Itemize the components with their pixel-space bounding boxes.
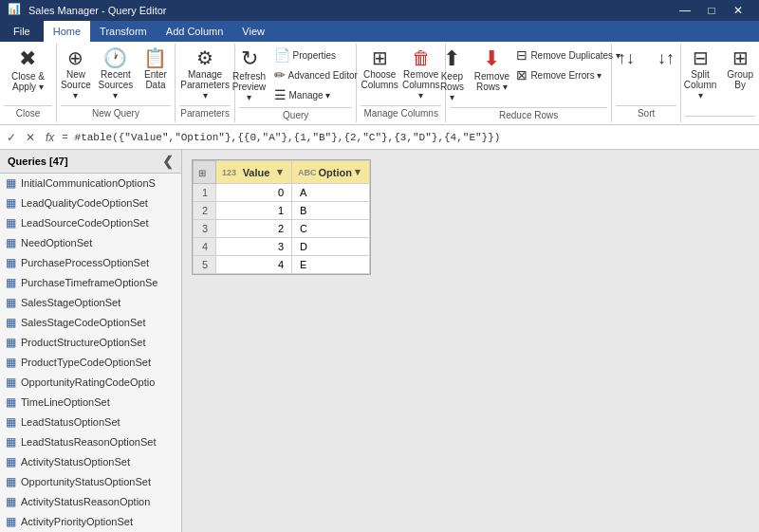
value-cell: 1: [216, 202, 292, 220]
refresh-preview-button[interactable]: ↻ Refresh Preview ▾: [231, 46, 268, 105]
sidebar-item-SalesStageCodeOptionSet[interactable]: ▦ SalesStageCodeOptionSet: [0, 313, 181, 333]
menu-view[interactable]: View: [232, 21, 274, 42]
close-apply-label: Close & Apply ▾: [11, 71, 45, 92]
remove-duplicates-icon: ⊟: [516, 47, 528, 63]
formula-check-button[interactable]: ✓: [4, 129, 19, 146]
menu-add-column[interactable]: Add Column: [157, 21, 233, 42]
sidebar-item-OpportunityStatusOptionSet[interactable]: ▦ OpportunityStatusOptionSet: [0, 472, 181, 492]
table-icon: ▦: [6, 395, 16, 409]
sidebar-title: Queries [47]: [8, 156, 68, 167]
maximize-button[interactable]: □: [698, 0, 725, 21]
ribbon-group-new-query: ⊕ New Source ▾ 🕐 Recent Sources ▾ 📋 Ente…: [57, 44, 176, 122]
properties-label: Properties: [293, 50, 337, 61]
table-icon: ▦: [6, 356, 16, 369]
sidebar-item-InitialCommunicationOptionS[interactable]: ▦ InitialCommunicationOptionS: [0, 174, 181, 193]
data-table-wrapper: ⊞ 123 Value ▾ ABC Optio: [192, 159, 371, 275]
sidebar-item-label: PurchaseTimeframeOptionSe: [21, 277, 158, 288]
enter-data-button[interactable]: 📋 Enter Data: [137, 46, 175, 93]
properties-icon: 📄: [274, 47, 290, 63]
sidebar-item-LeadStatusReasonOptionSet[interactable]: ▦ LeadStatusReasonOptionSet: [0, 432, 181, 452]
sidebar-item-PurchaseTimeframeOptionSe[interactable]: ▦ PurchaseTimeframeOptionSe: [0, 273, 181, 293]
close-apply-icon: ✖: [19, 48, 36, 69]
table-icon: ▦: [6, 316, 16, 329]
advanced-editor-button[interactable]: ✏ Advanced Editor: [270, 65, 361, 84]
sidebar-item-SalesStageOptionSet[interactable]: ▦ SalesStageOptionSet: [0, 293, 181, 313]
value-cell: 2: [216, 220, 292, 238]
table-row: 2 1 B: [194, 202, 370, 220]
formula-cancel-button[interactable]: ✕: [23, 129, 38, 146]
sidebar-item-ProductStructureOptionSet[interactable]: ▦ ProductStructureOptionSet: [0, 333, 181, 353]
close-window-button[interactable]: ✕: [725, 0, 751, 21]
sidebar-item-ActivityPriorityOptionSet[interactable]: ▦ ActivityPriorityOptionSet: [0, 512, 181, 532]
sidebar-item-label: OpportunityRatingCodeOptio: [21, 376, 155, 388]
option-col-label: Option: [319, 167, 352, 178]
recent-sources-button[interactable]: 🕐 Recent Sources ▾: [97, 46, 135, 103]
column-header-option[interactable]: ABC Option ▾: [292, 161, 370, 184]
manage-button[interactable]: ☰ Manage ▾: [270, 85, 361, 104]
window-title: Sales Manager - Query Editor: [28, 5, 672, 16]
sort-asc-button[interactable]: ↑↓: [607, 46, 645, 71]
sidebar-item-ProductTypeCodeOptionSet[interactable]: ▦ ProductTypeCodeOptionSet: [0, 353, 181, 373]
ribbon-group-new-query-label: New Query: [61, 105, 171, 120]
table-corner: ⊞: [194, 161, 216, 184]
table-icon: ▦: [6, 515, 16, 528]
window-controls: — □ ✕: [672, 0, 751, 21]
column-header-value[interactable]: 123 Value ▾: [216, 161, 292, 184]
sidebar-item-LeadQualityCodeOptionSet[interactable]: ▦ LeadQualityCodeOptionSet: [0, 193, 181, 213]
table-icon: ▦: [6, 415, 16, 429]
properties-button[interactable]: 📄 Properties: [270, 46, 361, 64]
sidebar-item-ActivityStatusReasonOption[interactable]: ▦ ActivityStatusReasonOption: [0, 492, 181, 512]
manage-parameters-button[interactable]: ⚙ Manage Parameters ▾: [179, 46, 231, 103]
sidebar-item-PurchaseProcessOptionSet[interactable]: ▦ PurchaseProcessOptionSet: [0, 253, 181, 273]
sidebar-item-label: InitialCommunicationOptionS: [21, 177, 156, 189]
split-column-button[interactable]: ⊟ Split Column ▾: [681, 46, 719, 103]
sidebar-item-label: ProductTypeCodeOptionSet: [21, 357, 151, 368]
sidebar-item-ActivityStatusOptionSet[interactable]: ▦ ActivityStatusOptionSet: [0, 452, 181, 472]
formula-bar: ✓ ✕ fx: [0, 125, 759, 150]
sidebar-item-TimeLineOptionSet[interactable]: ▦ TimeLineOptionSet: [0, 393, 181, 413]
close-apply-button[interactable]: ✖ Close & Apply ▾: [7, 46, 49, 95]
data-table: ⊞ 123 Value ▾ ABC Optio: [193, 160, 370, 274]
refresh-preview-label: Refresh Preview ▾: [232, 71, 267, 102]
manage-label: Manage ▾: [289, 90, 331, 101]
minimize-button[interactable]: —: [672, 0, 698, 21]
sidebar-item-NeedOptionSet[interactable]: ▦ NeedOptionSet: [0, 233, 181, 253]
remove-rows-button[interactable]: ⬇ Remove Rows ▾: [472, 46, 510, 95]
sidebar-item-LeadSourceCodeOptionSet[interactable]: ▦ LeadSourceCodeOptionSet: [0, 213, 181, 233]
menu-home[interactable]: Home: [44, 21, 90, 42]
value-col-dropdown[interactable]: ▾: [274, 164, 286, 180]
option-cell: D: [292, 238, 370, 256]
sidebar-item-OpportunityRatingCodeOptio[interactable]: ▦ OpportunityRatingCodeOptio: [0, 373, 181, 393]
ribbon-group-close-label: Close: [4, 105, 52, 120]
new-source-button[interactable]: ⊕ New Source ▾: [57, 46, 95, 103]
sort-desc-button[interactable]: ↓↑: [647, 46, 685, 71]
menu-transform[interactable]: Transform: [90, 21, 157, 42]
split-column-icon: ⊟: [693, 48, 709, 67]
manage-parameters-label: Manage Parameters ▾: [180, 69, 230, 101]
keep-rows-button[interactable]: ⬆ Keep Rows ▾: [433, 46, 471, 105]
table-icon: ▦: [6, 475, 16, 488]
remove-rows-label: Remove Rows ▾: [474, 71, 509, 92]
table-icon: ▦: [6, 256, 16, 269]
sidebar-collapse-button[interactable]: ❮: [162, 154, 174, 169]
sidebar-item-LeadStatusOptionSet[interactable]: ▦ LeadStatusOptionSet: [0, 413, 181, 432]
menu-file[interactable]: File: [0, 21, 44, 42]
ribbon: ✖ Close & Apply ▾ Close ⊕ New Source ▾ 🕐…: [0, 42, 759, 125]
sidebar: Queries [47] ❮ ▦ InitialCommunicationOpt…: [0, 150, 182, 532]
table-icon: ▦: [6, 336, 16, 349]
group-by-button[interactable]: ⊞ Group By: [721, 46, 759, 93]
table-icon: ▦: [6, 236, 16, 249]
option-col-dropdown[interactable]: ▾: [352, 164, 363, 180]
value-cell: 3: [216, 238, 292, 256]
formula-input[interactable]: [62, 132, 755, 143]
choose-columns-label: Choose Columns: [361, 69, 398, 90]
value-cell: 4: [216, 256, 292, 274]
sidebar-item-label: LeadStatusReasonOptionSet: [21, 436, 157, 448]
menu-bar: File Home Transform Add Column View: [0, 21, 759, 42]
main-area: Queries [47] ❮ ▦ InitialCommunicationOpt…: [0, 150, 759, 532]
option-cell: E: [292, 256, 370, 274]
table-icon: ▦: [6, 276, 16, 289]
manage-icon: ☰: [274, 87, 287, 102]
option-cell: B: [292, 202, 370, 220]
choose-columns-button[interactable]: ⊞ Choose Columns: [361, 46, 398, 93]
